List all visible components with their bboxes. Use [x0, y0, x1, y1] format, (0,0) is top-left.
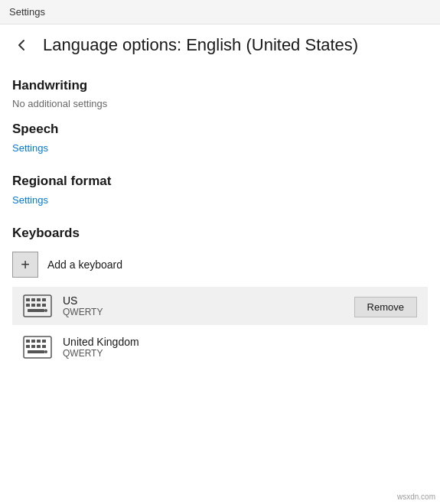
- svg-rect-18: [37, 345, 41, 348]
- svg-rect-1: [26, 298, 30, 301]
- keyboard-type-uk: QWERTY: [63, 348, 139, 359]
- regional-format-settings-link[interactable]: Settings: [12, 194, 48, 206]
- handwriting-heading: Handwriting: [12, 78, 428, 93]
- page-header: Language options: English (United States…: [0, 24, 440, 63]
- add-keyboard-row[interactable]: + Add a keyboard: [12, 245, 428, 284]
- svg-rect-20: [28, 350, 44, 353]
- svg-rect-16: [26, 345, 30, 348]
- svg-point-21: [44, 350, 47, 353]
- add-keyboard-button[interactable]: +: [12, 252, 38, 278]
- add-keyboard-label: Add a keyboard: [47, 259, 122, 271]
- keyboard-item-uk: United Kingdom QWERTY: [12, 328, 428, 366]
- speech-section: Speech Settings: [12, 122, 428, 161]
- svg-rect-6: [31, 304, 35, 307]
- back-arrow-icon: [15, 38, 29, 52]
- watermark: wsxdn.com: [397, 493, 435, 501]
- keyboard-item-us: US QWERTY Remove: [12, 287, 428, 325]
- page-title: Language options: English (United States…: [43, 35, 358, 55]
- keyboard-icon-uk: [23, 336, 52, 359]
- handwriting-subtext: No additional settings: [12, 98, 428, 109]
- svg-rect-3: [37, 298, 41, 301]
- svg-rect-13: [31, 340, 35, 343]
- svg-rect-17: [31, 345, 35, 348]
- plus-icon: +: [21, 256, 30, 274]
- svg-rect-9: [28, 309, 44, 312]
- regional-format-heading: Regional format: [12, 174, 428, 189]
- keyboards-section: Keyboards + Add a keyboard: [12, 226, 428, 366]
- speech-settings-link[interactable]: Settings: [12, 142, 48, 154]
- svg-rect-5: [26, 304, 30, 307]
- svg-point-10: [44, 309, 47, 312]
- svg-rect-2: [31, 298, 35, 301]
- speech-heading: Speech: [12, 122, 428, 137]
- svg-rect-19: [42, 345, 46, 348]
- regional-format-section: Regional format Settings: [12, 174, 428, 213]
- svg-rect-12: [26, 340, 30, 343]
- title-bar-text: Settings: [9, 6, 45, 18]
- remove-button-us[interactable]: Remove: [354, 297, 417, 317]
- keyboard-info-uk: United Kingdom QWERTY: [63, 336, 139, 359]
- keyboard-info-us: US QWERTY: [63, 294, 103, 317]
- back-button[interactable]: [12, 35, 32, 55]
- keyboard-name-us: US: [63, 294, 103, 307]
- content-area: Handwriting No additional settings Speec…: [0, 63, 440, 379]
- svg-rect-15: [42, 340, 46, 343]
- svg-rect-14: [37, 340, 41, 343]
- keyboard-icon-us: [23, 294, 52, 317]
- svg-rect-4: [42, 298, 46, 301]
- svg-rect-8: [42, 304, 46, 307]
- title-bar: Settings: [0, 0, 440, 24]
- keyboard-type-us: QWERTY: [63, 307, 103, 317]
- keyboards-heading: Keyboards: [12, 226, 428, 241]
- keyboard-name-uk: United Kingdom: [63, 336, 139, 348]
- handwriting-section: Handwriting No additional settings: [12, 78, 428, 109]
- svg-rect-7: [37, 304, 41, 307]
